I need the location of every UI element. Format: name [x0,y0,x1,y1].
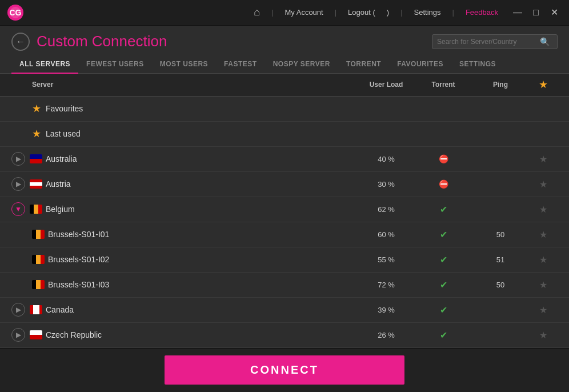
userload-brussels-03: 72 % [358,281,415,289]
separator2: | [330,8,341,17]
tabs-bar: ALL SERVERS FEWEST USERS MOST USERS FAST… [0,55,569,74]
cyberghost-logo: CG [7,4,24,21]
col-fav-header: ★ [529,78,558,91]
search-container: 🔍 [432,34,558,49]
userload-belgium: 62 % [358,205,415,214]
country-name-belgium: Belgium [46,205,358,214]
country-row-canada[interactable]: ▶ Canada 39 % ✔ ★ [0,298,569,323]
feedback-link[interactable]: Feedback [461,8,503,17]
torrent-brussels-03: ✔ [415,279,472,290]
torrent-austria: ⛔ [415,179,472,189]
connect-button[interactable]: CONNECT [165,355,404,385]
country-row-czech[interactable]: ▶ Czech Republic 26 % ✔ ★ [0,323,569,348]
fav-brussels-03[interactable]: ★ [529,279,558,290]
ping-brussels-03: 50 [472,281,529,289]
tab-favourites[interactable]: FAVOURITES [389,55,451,74]
logout-suffix: ) [382,8,394,17]
page-title: Custom Connection [37,33,425,50]
userload-australia: 40 % [358,155,415,163]
connect-area: CONNECT [0,348,569,392]
check-icon-brussels-02: ✔ [440,255,447,265]
last-used-row[interactable]: ★ Last used [0,122,569,147]
flag-brussels-01 [32,230,45,239]
col-torrent-header: Torrent [415,81,472,89]
check-icon-czech: ✔ [440,330,447,340]
fav-canada[interactable]: ★ [529,305,558,315]
fav-star-icon: ★ [539,79,548,90]
search-icon[interactable]: 🔍 [540,37,550,46]
torrent-brussels-01: ✔ [415,229,472,240]
flag-austria [30,179,42,189]
logo: CG [7,4,24,21]
tab-all-servers[interactable]: ALL SERVERS [11,55,78,74]
flag-australia [30,154,42,163]
server-row-brussels-03[interactable]: Brussels-S01-I03 72 % ✔ 50 ★ [0,273,569,298]
country-row-austria[interactable]: ▶ Austria 30 % ⛔ ★ [0,172,569,197]
server-name-brussels-02: Brussels-S01-I02 [48,255,358,264]
userload-canada: 39 % [358,306,415,314]
svg-text:CG: CG [10,8,22,17]
block-icon-austria: ⛔ [439,179,448,189]
country-name-czech: Czech Republic [46,330,358,339]
logout-link[interactable]: Logout ( [343,8,380,17]
server-row-brussels-02[interactable]: Brussels-S01-I02 55 % ✔ 51 ★ [0,247,569,273]
back-button[interactable]: ← [11,33,30,51]
check-icon-brussels-03: ✔ [440,280,447,290]
scroll-area[interactable]: ★ Favourites ★ Last used ▶ Australia 40 … [0,97,569,348]
topbar-nav: ⌂ | My Account | Logout ( ) | Settings |… [249,6,503,18]
tab-torrent[interactable]: TORRENT [338,55,389,74]
tab-settings[interactable]: SETTINGS [451,55,504,74]
expand-belgium[interactable]: ▼ [11,202,25,216]
main-content: ← Custom Connection 🔍 ALL SERVERS FEWEST… [0,26,569,348]
settings-link[interactable]: Settings [410,8,446,17]
home-icon[interactable]: ⌂ [249,6,265,18]
ping-brussels-01: 50 [472,230,529,239]
fav-australia[interactable]: ★ [529,154,558,165]
expand-australia[interactable]: ▶ [11,152,25,166]
tab-fastest[interactable]: FASTEST [216,55,265,74]
fav-belgium[interactable]: ★ [529,204,558,215]
fav-czech[interactable]: ★ [529,330,558,341]
fav-brussels-02[interactable]: ★ [529,254,558,265]
country-row-belgium[interactable]: ▼ Belgium 62 % ✔ ★ [0,197,569,222]
favourites-label: Favourites [46,104,558,113]
header-section: ← Custom Connection 🔍 [0,26,569,55]
tab-most-users[interactable]: MOST USERS [152,55,216,74]
topbar: CG ⌂ | My Account | Logout ( ) | Setting… [0,0,569,26]
flag-canada [30,305,42,314]
expand-canada[interactable]: ▶ [11,303,25,317]
flag-brussels-02 [32,255,45,264]
fav-austria[interactable]: ★ [529,179,558,190]
check-icon-brussels-01: ✔ [440,230,447,239]
torrent-belgium: ✔ [415,204,472,215]
expand-czech[interactable]: ▶ [11,328,25,342]
search-input[interactable] [437,38,540,46]
country-name-austria: Austria [46,179,358,189]
last-used-star-icon: ★ [32,127,41,140]
check-icon-canada: ✔ [440,305,447,315]
col-userload-header: User Load [358,81,415,89]
separator3: | [396,8,407,17]
userload-czech: 26 % [358,331,415,339]
minimize-button[interactable]: — [510,5,526,21]
favourites-row[interactable]: ★ Favourites [0,97,569,122]
server-row-brussels-01[interactable]: Brussels-S01-I01 60 % ✔ 50 ★ [0,222,569,247]
flag-czech [30,330,42,339]
table-header: Server User Load Torrent Ping ★ [0,74,569,97]
my-account-link[interactable]: My Account [281,8,328,17]
favourites-star-icon: ★ [32,102,41,115]
userload-austria: 30 % [358,180,415,189]
separator: | [267,8,278,17]
torrent-brussels-02: ✔ [415,254,472,265]
tab-nospy-server[interactable]: NOSPY SERVER [265,55,338,74]
close-button[interactable]: ✕ [546,5,562,21]
ping-brussels-02: 51 [472,255,529,264]
maximize-button[interactable]: □ [528,5,544,21]
expand-austria[interactable]: ▶ [11,177,25,191]
torrent-czech: ✔ [415,330,472,341]
userload-brussels-02: 55 % [358,255,415,264]
check-icon-belgium: ✔ [440,205,447,214]
country-row-australia[interactable]: ▶ Australia 40 % ⛔ ★ [0,147,569,172]
tab-fewest-users[interactable]: FEWEST USERS [78,55,152,74]
fav-brussels-01[interactable]: ★ [529,229,558,240]
